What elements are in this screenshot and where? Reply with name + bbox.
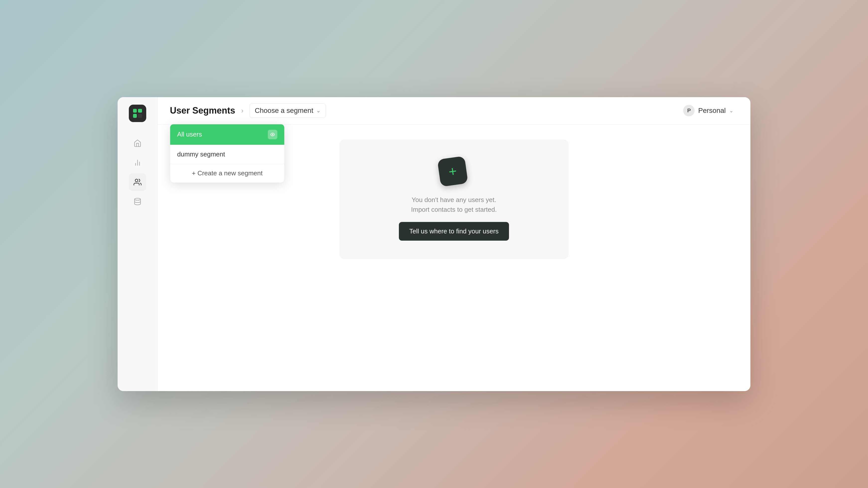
breadcrumb-arrow: › (241, 106, 243, 115)
workspace-avatar: P (683, 105, 694, 116)
svg-point-5 (272, 134, 273, 135)
create-segment-button[interactable]: + Create a new segment (170, 164, 284, 183)
empty-state-card: + You don't have any users yet. Import c… (339, 140, 568, 259)
svg-point-3 (135, 179, 138, 182)
workspace-chevron-icon: ⌄ (729, 108, 734, 114)
main-content: User Segments › Choose a segment ⌄ All u… (157, 97, 750, 391)
dropdown-item-label: dummy segment (177, 150, 225, 158)
chevron-down-icon: ⌄ (316, 108, 321, 114)
sidebar-item-users[interactable] (129, 173, 146, 191)
workspace-name: Personal (698, 106, 726, 115)
workspace-selector[interactable]: P Personal ⌄ (679, 102, 738, 119)
empty-state-text: You don't have any users yet. Import con… (411, 195, 497, 214)
find-users-button[interactable]: Tell us where to find your users (399, 222, 509, 241)
empty-state-line1: You don't have any users yet. (411, 195, 497, 205)
sidebar-item-analytics[interactable] (129, 154, 146, 172)
dropdown-item-dummy-segment[interactable]: dummy segment (170, 145, 284, 164)
sidebar-item-home[interactable] (129, 134, 146, 152)
app-logo[interactable] (129, 104, 146, 122)
segment-selector-button[interactable]: Choose a segment ⌄ (249, 103, 326, 118)
sidebar-nav (118, 134, 157, 210)
dropdown-item-label: All users (177, 130, 202, 138)
svg-point-4 (134, 198, 141, 200)
plus-icon-bg: + (437, 156, 468, 187)
header: User Segments › Choose a segment ⌄ All u… (157, 97, 750, 125)
dropdown-item-all-users[interactable]: All users (170, 124, 284, 145)
segment-dropdown: All users dummy segment + Create a new s… (170, 124, 284, 183)
app-window: User Segments › Choose a segment ⌄ All u… (118, 97, 750, 391)
plus-icon-container: + (439, 158, 469, 188)
sidebar-item-data[interactable] (129, 193, 146, 210)
page-title: User Segments (170, 105, 235, 116)
sidebar (118, 97, 157, 391)
check-icon (268, 130, 277, 139)
plus-icon: + (448, 164, 458, 179)
empty-state-line2: Import contacts to get started. (411, 205, 497, 214)
create-segment-label: + Create a new segment (192, 170, 262, 177)
segment-selector-label: Choose a segment (255, 106, 313, 115)
